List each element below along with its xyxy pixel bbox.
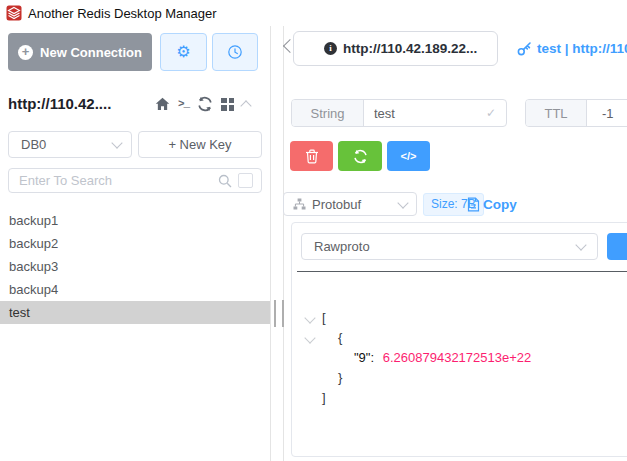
chevron-down-icon: [397, 197, 408, 208]
home-icon[interactable]: [155, 97, 170, 111]
console-button[interactable]: </>: [387, 141, 430, 171]
ttl-group: TTL -1: [525, 99, 627, 127]
gear-icon: ⚙: [176, 44, 190, 60]
json-bracket: }: [338, 370, 342, 385]
history-button[interactable]: [212, 33, 258, 71]
settings-button[interactable]: ⚙: [160, 33, 207, 71]
connection-toolbar: >_: [155, 96, 250, 112]
db-select[interactable]: DB0: [8, 131, 132, 158]
json-bracket: {: [338, 330, 342, 345]
json-bracket: [: [322, 310, 326, 325]
chevron-down-icon: [575, 239, 586, 250]
app-window: Another Redis Desktop Manager New Connec…: [0, 0, 627, 461]
proto-format-value: Rawproto: [314, 239, 370, 254]
app-logo-icon: [6, 5, 22, 21]
key-list-item-selected[interactable]: test: [0, 301, 270, 324]
new-connection-label: New Connection: [40, 45, 142, 60]
view-format-select[interactable]: Protobuf: [283, 192, 417, 216]
new-key-button[interactable]: + New Key: [138, 131, 262, 158]
key-list-item[interactable]: backup3: [0, 255, 270, 278]
resize-handle[interactable]: [274, 300, 284, 327]
ttl-value[interactable]: -1: [587, 100, 627, 126]
search-input[interactable]: [9, 173, 218, 188]
exact-search-checkbox[interactable]: [238, 173, 253, 188]
key-name-group: String ✓: [291, 99, 507, 127]
json-row: ]: [301, 388, 621, 408]
terminal-icon[interactable]: >_: [178, 98, 189, 110]
db-select-value: DB0: [21, 137, 46, 152]
chevron-down-icon: [111, 137, 122, 148]
info-icon: [324, 42, 337, 55]
collapse-toggle-icon[interactable]: [304, 332, 315, 343]
grid-view-icon[interactable]: [221, 98, 234, 111]
proto-format-select[interactable]: Rawproto: [301, 233, 598, 260]
key-list: backup1 backup2 backup3 backup4 test: [0, 209, 270, 324]
reload-value-button[interactable]: [338, 141, 382, 171]
sidebar-divider: [270, 26, 271, 461]
title-bar: Another Redis Desktop Manager: [0, 0, 627, 26]
code-icon: </>: [401, 150, 417, 162]
key-list-item[interactable]: backup4: [0, 278, 270, 301]
view-format-value: Protobuf: [312, 197, 361, 212]
ttl-label: TTL: [526, 100, 587, 126]
key-name-input[interactable]: [364, 106, 506, 121]
connection-name[interactable]: http://110.42....: [8, 95, 111, 112]
key-list-item[interactable]: backup1: [0, 209, 270, 232]
check-icon: ✓: [486, 106, 496, 120]
tab-key-active[interactable]: test | http://110: [517, 31, 627, 66]
reload-icon: [353, 149, 368, 164]
json-row: {: [301, 328, 621, 348]
json-row: }: [301, 368, 621, 388]
refresh-icon[interactable]: [197, 96, 213, 112]
collapse-connection-icon[interactable]: [241, 100, 252, 111]
search-icon: [218, 174, 232, 188]
plus-circle-icon: [18, 45, 33, 60]
json-row: [: [301, 308, 621, 328]
search-box: [8, 168, 262, 193]
key-icon: [517, 41, 532, 56]
key-list-item[interactable]: backup2: [0, 232, 270, 255]
copy-label: Copy: [483, 197, 517, 212]
json-viewer: [ { "9": 6.260879432172513e+22 } ]: [301, 308, 621, 408]
json-key: "9":: [354, 350, 374, 365]
type-label: String: [292, 100, 364, 126]
json-value: 6.260879432172513e+22: [383, 350, 532, 365]
copy-icon: [467, 197, 480, 212]
json-bracket: ]: [322, 390, 326, 405]
new-connection-button[interactable]: New Connection: [8, 33, 152, 71]
format-button[interactable]: [607, 233, 627, 260]
delete-key-button[interactable]: [290, 141, 333, 171]
json-row: "9": 6.260879432172513e+22: [301, 348, 621, 368]
value-area-divider: [297, 271, 627, 272]
clock-icon: [227, 44, 243, 60]
tab-server-label: http://110.42.189.22...: [343, 41, 477, 56]
collapse-toggle-icon[interactable]: [304, 312, 315, 323]
trash-icon: [305, 149, 319, 164]
tab-server[interactable]: http://110.42.189.22...: [293, 31, 498, 66]
copy-button[interactable]: Copy: [467, 192, 517, 216]
panel-divider: [283, 26, 284, 461]
tab-key-label: test | http://110: [537, 41, 627, 56]
app-title: Another Redis Desktop Manager: [28, 6, 217, 21]
sitemap-icon: [293, 198, 306, 210]
